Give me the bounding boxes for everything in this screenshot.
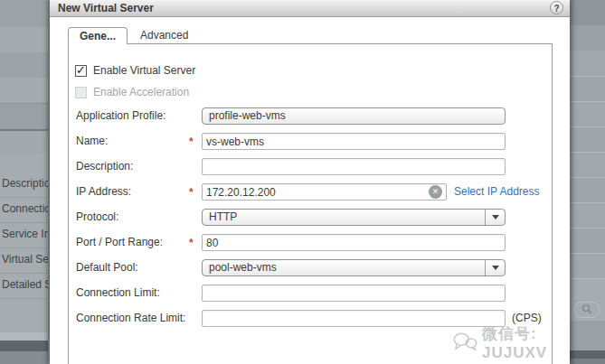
select-ip-address-link[interactable]: Select IP Address bbox=[454, 183, 540, 201]
description-row: Description: bbox=[69, 158, 552, 175]
general-tab-panel: Enable Virtual Server Enable Acceleratio… bbox=[68, 43, 553, 364]
port-input[interactable] bbox=[202, 234, 506, 251]
protocol-row: Protocol: HTTP bbox=[69, 209, 552, 226]
application-profile-label: Application Profile: bbox=[76, 107, 165, 125]
tab-advanced[interactable]: Advanced bbox=[128, 27, 201, 44]
new-virtual-server-dialog: New Virtual Server ? Gene... Advanced En… bbox=[50, 0, 570, 364]
background-item-service-insertion: Service Ins bbox=[2, 228, 48, 240]
port-label: Port / Port Range: bbox=[76, 234, 163, 251]
background-item-description: Description bbox=[2, 177, 48, 190]
clear-ip-icon[interactable] bbox=[429, 185, 442, 199]
enable-virtual-server-checkbox[interactable] bbox=[75, 65, 87, 77]
ip-address-input[interactable] bbox=[202, 183, 447, 201]
protocol-dropdown[interactable]: HTTP bbox=[202, 209, 506, 226]
background-item-virtual-server: Virtual Ser bbox=[2, 253, 48, 266]
connection-limit-row: Connection Limit: bbox=[69, 285, 552, 302]
help-icon[interactable]: ? bbox=[550, 1, 563, 14]
dialog-title: New Virtual Server bbox=[50, 0, 570, 16]
chevron-down-icon bbox=[485, 210, 505, 225]
enable-acceleration-checkbox bbox=[75, 87, 87, 98]
enable-virtual-server-label: Enable Virtual Server bbox=[93, 64, 195, 77]
connection-rate-limit-label: Connection Rate Limit: bbox=[76, 310, 185, 327]
connection-limit-label: Connection Limit: bbox=[76, 285, 160, 302]
chevron-down-icon bbox=[485, 260, 505, 275]
dialog-tabs: Gene... Advanced bbox=[68, 27, 201, 44]
connection-rate-limit-input[interactable] bbox=[202, 310, 506, 327]
protocol-label: Protocol: bbox=[76, 209, 118, 226]
connection-rate-limit-row: Connection Rate Limit: (CPS) bbox=[69, 310, 552, 327]
default-pool-row: Default Pool: pool-web-vms bbox=[69, 259, 552, 276]
application-profile-combo[interactable]: profile-web-vms bbox=[202, 107, 506, 125]
ip-address-label: IP Address: bbox=[76, 183, 131, 201]
description-input[interactable] bbox=[202, 158, 506, 175]
default-pool-value: pool-web-vms bbox=[209, 261, 277, 274]
name-required-marker: * bbox=[189, 135, 194, 148]
tab-general[interactable]: Gene... bbox=[68, 27, 128, 44]
protocol-value: HTTP bbox=[209, 210, 237, 223]
search-icon bbox=[581, 302, 592, 318]
default-pool-dropdown[interactable]: pool-web-vms bbox=[202, 259, 506, 276]
application-profile-row: Application Profile: profile-web-vms bbox=[69, 107, 552, 125]
background-search-box bbox=[574, 302, 600, 318]
name-row: Name: * bbox=[69, 133, 552, 150]
background-left-pane: Description Connection Service Ins Virtu… bbox=[0, 0, 48, 364]
port-required-marker: * bbox=[189, 237, 194, 249]
name-input[interactable] bbox=[202, 133, 506, 150]
name-label: Name: bbox=[76, 133, 108, 150]
enable-acceleration-label: Enable Acceleration bbox=[93, 86, 189, 98]
connection-limit-input[interactable] bbox=[202, 285, 506, 302]
cps-suffix: (CPS) bbox=[512, 310, 542, 327]
background-item-connection: Connection bbox=[2, 202, 48, 215]
enable-acceleration-row: Enable Acceleration bbox=[75, 86, 189, 98]
background-item-detailed-status: Detailed St bbox=[2, 278, 48, 291]
enable-virtual-server-row: Enable Virtual Server bbox=[75, 64, 195, 77]
description-label: Description: bbox=[76, 158, 133, 175]
port-row: Port / Port Range: * bbox=[69, 234, 552, 251]
ip-address-row: IP Address: * Select IP Address bbox=[69, 183, 552, 201]
default-pool-label: Default Pool: bbox=[76, 259, 138, 276]
dialog-titlebar: New Virtual Server ? bbox=[50, 0, 570, 17]
ip-address-required-marker: * bbox=[189, 186, 194, 199]
background-right-pane bbox=[570, 0, 605, 364]
